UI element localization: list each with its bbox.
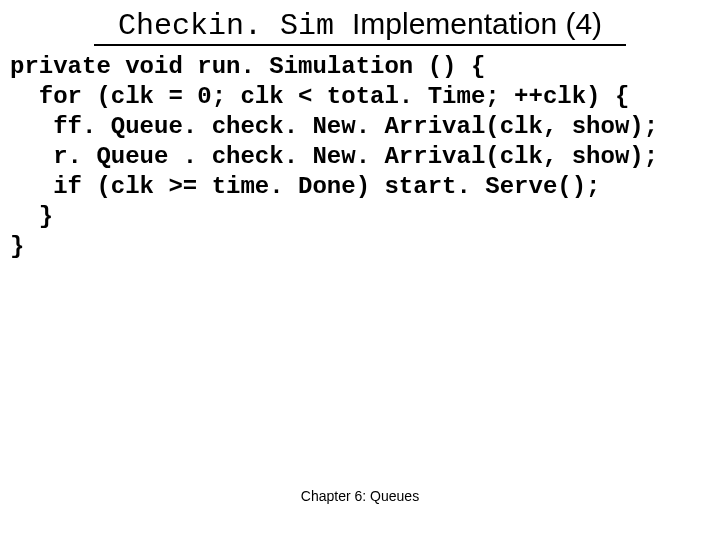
code-line: if (clk >= time. Done) start. Serve(); (10, 173, 601, 200)
code-line: } (10, 233, 24, 260)
code-line: ff. Queue. check. New. Arrival(clk, show… (10, 113, 658, 140)
slide-title: Checkin. Sim Implementation (4) (0, 6, 720, 44)
slide: Checkin. Sim Implementation (4) private … (0, 0, 720, 540)
code-line: r. Queue . check. New. Arrival(clk, show… (10, 143, 658, 170)
title-sans-part: Implementation (4) (352, 7, 602, 40)
code-line: } (10, 203, 53, 230)
code-line: private void run. Simulation () { (10, 53, 485, 80)
title-mono-part: Checkin. Sim (118, 9, 352, 43)
title-underline (94, 44, 626, 46)
code-line: for (clk = 0; clk < total. Time; ++clk) … (10, 83, 629, 110)
code-block: private void run. Simulation () { for (c… (10, 52, 658, 262)
footer-text: Chapter 6: Queues (0, 488, 720, 504)
